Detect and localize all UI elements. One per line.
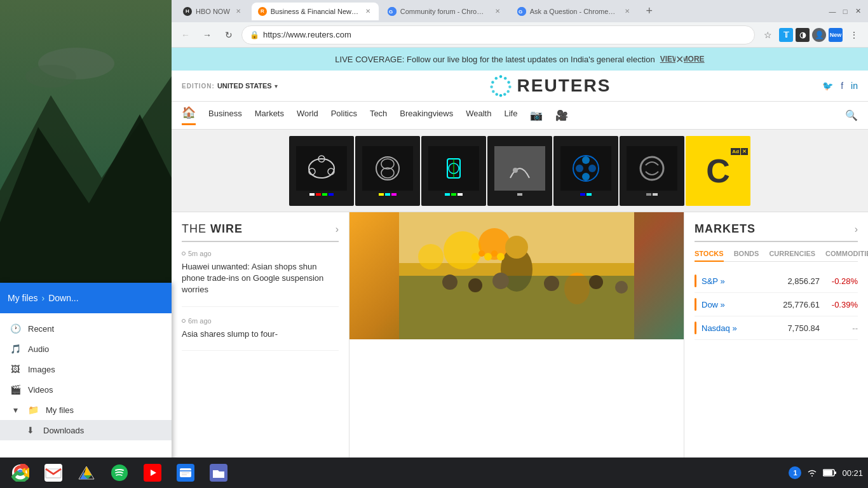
chrome-menu-button[interactable]: ⋮ [845,26,863,44]
ad-item-2[interactable] [355,136,420,206]
nav-breakingviews[interactable]: Breakingviews [400,109,453,122]
nav-life[interactable]: Life [504,109,517,122]
ad-item-4[interactable] [487,136,552,206]
nav-business[interactable]: Business [208,109,242,122]
new-tab-button[interactable]: + [641,3,658,20]
ad-item-6[interactable] [620,136,684,206]
twitter-social-icon[interactable]: 🐦 [822,81,833,91]
minimize-button[interactable]: — [827,6,837,17]
fm-item-videos[interactable]: 🎬 Videos [0,379,172,400]
market-divider-3 [695,322,696,334]
ad-item-yellow-c[interactable]: C Ad ✕ [686,136,750,206]
taskbar-drive[interactable] [71,460,102,485]
tab-ask[interactable]: G Ask a Question - Chromebook... ✕ [511,3,638,20]
fm-breadcrumb-my-files[interactable]: My files [8,293,37,303]
taskbar: 1 00:21 [0,458,868,488]
fm-item-audio[interactable]: 🎵 Audio [0,339,172,359]
market-name-sp[interactable]: S&P » [702,276,775,286]
svg-point-13 [508,86,512,89]
close-button[interactable]: ✕ [853,6,863,17]
address-bar[interactable]: 🔒 https://www.reuters.com [241,25,755,44]
nav-markets[interactable]: Markets [255,109,284,122]
new-badge-extension[interactable]: New [829,28,843,42]
taskbar-youtube[interactable] [137,460,168,485]
tab-community-close[interactable]: ✕ [493,7,502,16]
fm-item-images[interactable]: 🖼 Images [0,359,172,379]
nav-home-icon[interactable]: 🏠 [182,105,196,125]
market-change-nasdaq: -- [820,323,858,333]
tab-hbo[interactable]: H HBO NOW ✕ [177,3,249,20]
dark-mode-extension[interactable]: ◑ [796,28,810,42]
fm-breadcrumb-downloads[interactable]: Down... [48,293,78,303]
nav-tech[interactable]: Tech [370,109,387,122]
reload-button[interactable]: ↻ [220,26,238,44]
browser-window: H HBO NOW ✕ R Business & Financial News,… [172,0,868,488]
file-manager-header: My files › Down... [0,283,172,313]
nav-politics[interactable]: Politics [331,109,357,122]
maximize-button[interactable]: □ [840,6,850,17]
ad-item-1[interactable] [289,136,354,206]
bookmark-button[interactable]: ☆ [759,26,776,44]
wire-section-arrow[interactable]: › [336,224,339,235]
market-tab-currencies[interactable]: CURRENCIES [769,250,815,257]
svg-rect-77 [824,470,832,475]
fm-item-recent[interactable]: 🕐 Recent [0,318,172,339]
folder-icon: 📁 [28,405,38,415]
nav-world[interactable]: World [297,109,318,122]
video-nav-icon[interactable]: 🎥 [555,109,568,121]
profile-button[interactable]: 👤 [812,28,826,42]
forward-button[interactable]: → [198,26,216,44]
svg-point-14 [506,90,510,93]
market-tab-stocks[interactable]: STOCKS [695,250,724,262]
market-name-dow[interactable]: Dow » [702,300,775,309]
wire-item-time: 5m ago [182,250,339,257]
fm-myfiles-label: My files [46,405,74,415]
ad-item-5[interactable] [553,136,618,206]
photo-nav-icon[interactable]: 📷 [530,109,543,121]
nav-search-icon[interactable]: 🔍 [845,109,858,121]
tab-hbo-close[interactable]: ✕ [234,7,243,16]
taskbar-spotify[interactable] [104,460,135,485]
tab-community[interactable]: G Community forum - Chromeb... ✕ [381,3,508,20]
svg-point-49 [468,278,482,292]
wire-time-dot-2 [182,319,186,323]
svg-point-67 [111,464,128,481]
markets-section: MARKETS › STOCKS BONDS CURRENCIES COMMOD… [684,212,868,488]
wire-item-headline-2[interactable]: Asia shares slump to four- [182,329,339,340]
svg-rect-78 [834,471,836,474]
svg-point-55 [478,250,485,257]
linkedin-social-icon[interactable]: in [851,81,858,91]
svg-point-57 [491,250,498,257]
facebook-social-icon[interactable]: f [841,81,843,91]
wire-item-2-time: 6m ago [182,317,339,325]
reuters-navigation: 🏠 Business Markets World Politics Tech B… [172,101,868,129]
market-tab-commodities[interactable]: COMMODITIES [825,250,868,257]
fm-item-myfiles[interactable]: ▾ 📁 My files [0,400,172,420]
market-tab-bonds[interactable]: BONDS [734,250,759,257]
notification-badge[interactable]: 1 [789,466,801,479]
market-name-nasdaq[interactable]: Nasdaq » [702,323,775,333]
nav-wealth[interactable]: Wealth [466,109,491,122]
reuters-logo[interactable]: REUTERS [489,74,611,97]
tab-reuters[interactable]: R Business & Financial News, U ✕ [252,3,379,20]
taskbar-chrome[interactable] [5,460,36,485]
market-value-dow: 25,776.61 [775,300,820,309]
tab-reuters-close[interactable]: ✕ [363,7,372,16]
main-content-area: THE WIRE › 5m ago Huawei unwanted: Asian… [172,212,868,488]
taskbar-files[interactable] [203,460,234,485]
taskbar-messages[interactable] [170,460,201,485]
fm-item-downloads[interactable]: ⬇ Downloads [0,420,172,440]
wire-time-dot [182,252,186,255]
edition-selector[interactable]: EDITION: UNITED STATES ▾ [182,82,278,90]
taskbar-gmail[interactable] [38,460,69,485]
center-feature-image[interactable] [349,212,684,488]
banner-close-button[interactable]: ✕ [675,48,684,71]
ad-item-3[interactable] [421,136,486,206]
music-icon: 🎵 [10,344,20,354]
twitter-extension[interactable]: 𝕋 [779,28,793,42]
tab-ask-close[interactable]: ✕ [623,7,632,16]
svg-point-15 [503,93,506,96]
wire-item-headline-1[interactable]: Huawei unwanted: Asian shops shun phone … [182,261,339,296]
back-button[interactable]: ← [177,26,194,44]
markets-arrow[interactable]: › [855,224,858,235]
